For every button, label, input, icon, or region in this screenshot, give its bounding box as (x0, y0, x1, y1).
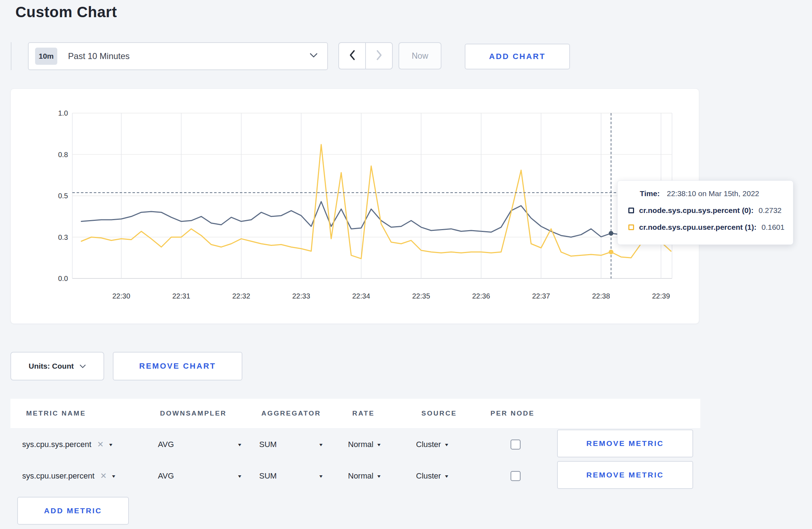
caret-down-icon: ▾ (109, 442, 112, 447)
tooltip-series-label: cr.node.sys.cpu.user.percent (1): (639, 223, 757, 232)
caret-down-icon: ▾ (319, 473, 323, 479)
rate-select[interactable]: Normal ▾ (348, 431, 380, 458)
rate-select[interactable]: Normal ▾ (348, 462, 380, 490)
remove-chart-button[interactable]: REMOVE CHART (113, 352, 242, 380)
aggregator-value: SUM (259, 471, 277, 481)
source-value: Cluster (416, 471, 441, 481)
column-header-source: SOURCE (421, 399, 457, 428)
tooltip-time-value: 22:38:10 on Mar 15th, 2022 (667, 189, 759, 198)
remove-metric-button[interactable]: REMOVE METRIC (557, 461, 693, 489)
chevron-right-icon (376, 50, 383, 62)
time-range-badge: 10m (35, 48, 57, 65)
caret-down-icon: ▾ (445, 442, 448, 447)
prev-time-button[interactable] (339, 43, 365, 69)
aggregator-select[interactable]: SUM ▾ (259, 431, 322, 458)
tooltip-series-value: 0.1601 (762, 223, 784, 232)
caret-down-icon: ▾ (445, 473, 448, 479)
metric-name-select[interactable]: sys.cpu.user.percent ✕ ▾ (22, 462, 115, 490)
time-range-dropdown[interactable]: 10m Past 10 Minutes (28, 42, 328, 70)
rate-value: Normal (348, 471, 373, 481)
time-range-label: Past 10 Minutes (68, 51, 309, 61)
column-header-aggregator: AGGREGATOR (261, 399, 321, 428)
column-header-downsampler: DOWNSAMPLER (160, 399, 227, 428)
tooltip-series-value: 0.2732 (759, 206, 782, 215)
tooltip-time-label: Time: (640, 189, 660, 198)
downsampler-select[interactable]: AVG ▾ (158, 431, 241, 458)
chevron-down-icon (79, 362, 86, 370)
close-icon[interactable]: ✕ (100, 471, 107, 481)
per-node-checkbox[interactable] (511, 440, 521, 450)
caret-down-icon: ▾ (112, 473, 115, 479)
units-dropdown[interactable]: Units: Count (10, 352, 104, 380)
per-node-checkbox[interactable] (511, 471, 521, 481)
add-chart-button[interactable]: ADD CHART (465, 44, 570, 69)
column-header-rate: RATE (352, 399, 374, 428)
units-label: Units: Count (29, 362, 74, 370)
metric-name-value: sys.cpu.user.percent (22, 471, 95, 481)
metric-name-value: sys.cpu.sys.percent (22, 440, 91, 449)
caret-down-icon: ▾ (377, 473, 381, 479)
caret-down-icon: ▾ (319, 442, 323, 447)
chart-plot-area[interactable] (72, 113, 672, 278)
downsampler-value: AVG (158, 471, 174, 481)
page-title: Custom Chart (15, 4, 117, 21)
column-header-per-node: PER NODE (490, 399, 535, 428)
rate-value: Normal (348, 440, 373, 449)
column-header-metric-name: METRIC NAME (26, 399, 86, 428)
source-select[interactable]: Cluster ▾ (416, 431, 448, 458)
aggregator-value: SUM (259, 440, 277, 449)
series-swatch-sys (628, 208, 634, 213)
series-swatch-user (628, 224, 634, 230)
metric-name-select[interactable]: sys.cpu.sys.percent ✕ ▾ (22, 431, 112, 458)
downsampler-select[interactable]: AVG ▾ (158, 462, 241, 490)
chevron-left-icon (349, 50, 356, 62)
tooltip-series-label: cr.node.sys.cpu.sys.percent (0): (639, 206, 754, 215)
caret-down-icon: ▾ (238, 442, 241, 447)
aggregator-select[interactable]: SUM ▾ (259, 462, 322, 490)
caret-down-icon: ▾ (238, 473, 241, 479)
chart-tooltip: Time: 22:38:10 on Mar 15th, 2022 cr.node… (617, 180, 793, 245)
remove-metric-button[interactable]: REMOVE METRIC (557, 429, 693, 457)
add-metric-button[interactable]: ADD METRIC (17, 497, 129, 525)
time-step-buttons (338, 42, 393, 69)
source-value: Cluster (416, 440, 441, 449)
close-icon[interactable]: ✕ (97, 440, 103, 449)
chevron-down-icon (309, 53, 318, 60)
now-button[interactable]: Now (398, 42, 441, 69)
toolbar-divider (11, 42, 11, 70)
caret-down-icon: ▾ (377, 442, 381, 447)
downsampler-value: AVG (158, 440, 174, 449)
source-select[interactable]: Cluster ▾ (416, 462, 448, 490)
next-time-button[interactable] (365, 43, 392, 69)
